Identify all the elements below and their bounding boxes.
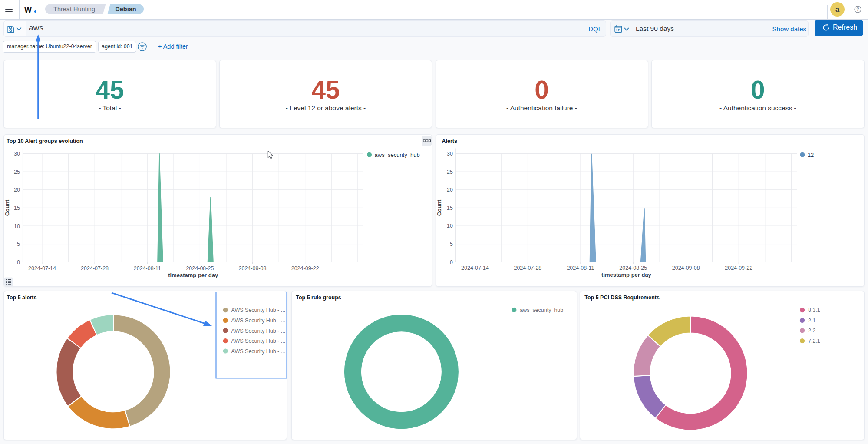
svg-text:AWS Security Hub - ...: AWS Security Hub - ...: [231, 348, 286, 355]
svg-text:2024-09-22: 2024-09-22: [725, 265, 752, 271]
svg-text:2024-08-11: 2024-08-11: [134, 265, 161, 271]
svg-text:AWS Security Hub - ...: AWS Security Hub - ...: [231, 338, 286, 344]
svg-text:2024-07-14: 2024-07-14: [461, 265, 489, 271]
svg-text:5: 5: [17, 241, 20, 247]
svg-text:2024-08-25: 2024-08-25: [186, 265, 214, 271]
svg-text:2024-09-22: 2024-09-22: [291, 265, 319, 271]
svg-text:15: 15: [14, 205, 20, 211]
svg-text:2.1: 2.1: [808, 318, 815, 324]
svg-text:30: 30: [14, 151, 20, 157]
svg-text:2024-07-28: 2024-07-28: [81, 265, 109, 271]
svg-text:30: 30: [447, 151, 453, 157]
svg-text:8.3.1: 8.3.1: [808, 307, 820, 313]
svg-text:Threat Hunting: Threat Hunting: [53, 6, 95, 13]
svg-text:2024-08-25: 2024-08-25: [619, 265, 647, 271]
svg-text:20: 20: [447, 187, 453, 193]
svg-text:aws_security_hub: aws_security_hub: [375, 151, 420, 158]
svg-text:?: ?: [856, 7, 859, 12]
svg-text:25: 25: [14, 169, 20, 175]
svg-text:2024-07-28: 2024-07-28: [514, 265, 541, 271]
svg-text:Debian: Debian: [115, 6, 136, 13]
svg-text:AWS Security Hub - ...: AWS Security Hub - ...: [231, 328, 286, 334]
svg-text:2.2: 2.2: [808, 328, 815, 334]
svg-text:2024-08-11: 2024-08-11: [567, 265, 594, 271]
svg-text:0: 0: [450, 259, 453, 265]
svg-text:10: 10: [447, 223, 453, 229]
svg-text:aws_security_hub: aws_security_hub: [520, 307, 564, 313]
svg-text:AWS Security Hub - ...: AWS Security Hub - ...: [231, 307, 286, 313]
svg-text:2024-07-14: 2024-07-14: [28, 265, 56, 271]
svg-text:Count: Count: [436, 199, 442, 215]
svg-text:7.2.1: 7.2.1: [808, 338, 820, 344]
svg-text:AWS Security Hub - ...: AWS Security Hub - ...: [231, 318, 286, 324]
svg-text:25: 25: [447, 169, 453, 175]
svg-text:timestamp per day: timestamp per day: [168, 272, 218, 278]
svg-text:2024-09-08: 2024-09-08: [672, 265, 700, 271]
svg-text:20: 20: [14, 187, 20, 193]
svg-text:12: 12: [808, 151, 814, 158]
svg-text:15: 15: [447, 205, 453, 211]
svg-text:0: 0: [17, 259, 20, 265]
svg-text:Count: Count: [4, 199, 10, 215]
svg-text:10: 10: [14, 223, 20, 229]
svg-text:timestamp per day: timestamp per day: [601, 272, 652, 278]
svg-text:5: 5: [450, 241, 453, 247]
svg-text:2024-09-08: 2024-09-08: [239, 265, 267, 271]
